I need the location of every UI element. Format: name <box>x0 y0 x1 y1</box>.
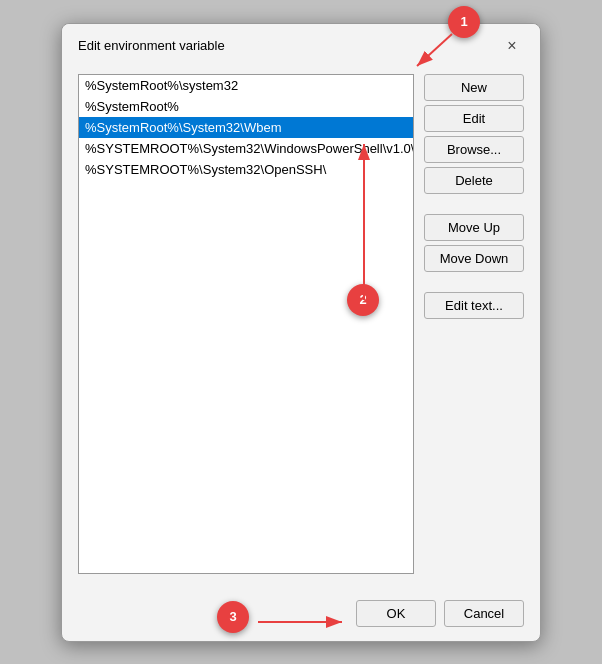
move-down-button[interactable]: Move Down <box>424 245 524 272</box>
spacer-1 <box>424 198 524 210</box>
list-item[interactable]: %SYSTEMROOT%\System32\OpenSSH\ <box>79 159 413 180</box>
move-up-button[interactable]: Move Up <box>424 214 524 241</box>
list-item[interactable]: %SystemRoot% <box>79 96 413 117</box>
close-button[interactable]: × <box>500 34 524 58</box>
new-button[interactable]: New <box>424 74 524 101</box>
spacer-2 <box>424 276 524 288</box>
list-item[interactable]: %SYSTEMROOT%\System32\WindowsPowerShell\… <box>79 138 413 159</box>
cancel-button[interactable]: Cancel <box>444 600 524 627</box>
dialog: Edit environment variable × %SystemRoot%… <box>61 23 541 642</box>
list-item[interactable]: %SystemRoot%\System32\Wbem <box>79 117 413 138</box>
dialog-title: Edit environment variable <box>78 38 225 53</box>
env-var-list[interactable]: %SystemRoot%\system32%SystemRoot%%System… <box>78 74 414 574</box>
list-item[interactable]: %SystemRoot%\system32 <box>79 75 413 96</box>
dialog-footer: OK Cancel <box>62 590 540 641</box>
edit-button[interactable]: Edit <box>424 105 524 132</box>
title-bar: Edit environment variable × <box>62 24 540 66</box>
edit-text-button[interactable]: Edit text... <box>424 292 524 319</box>
dialog-body: %SystemRoot%\system32%SystemRoot%%System… <box>62 66 540 590</box>
buttons-panel: New Edit Browse... Delete Move Up Move D… <box>424 74 524 574</box>
ok-button[interactable]: OK <box>356 600 436 627</box>
browse-button[interactable]: Browse... <box>424 136 524 163</box>
delete-button[interactable]: Delete <box>424 167 524 194</box>
